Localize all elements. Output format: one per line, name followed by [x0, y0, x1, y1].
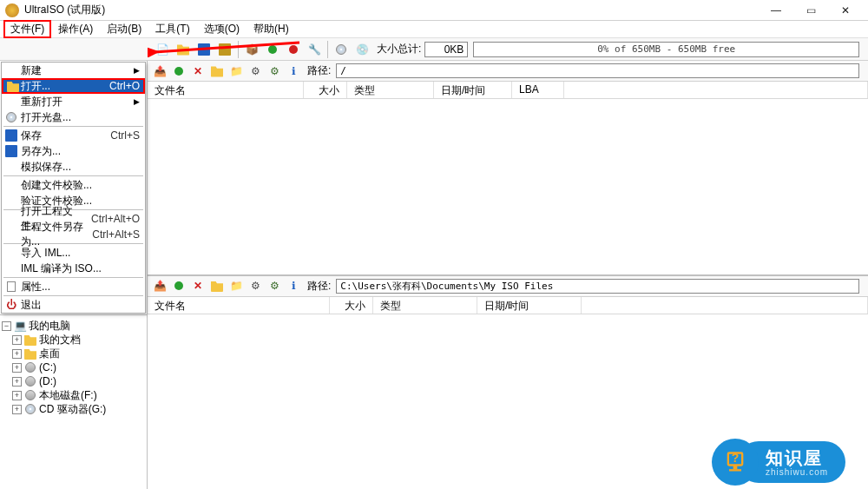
ltb-settings[interactable]: ⚙ — [266, 277, 283, 294]
blank-icon — [5, 262, 17, 274]
ptb-extract[interactable]: 📤 — [151, 63, 168, 80]
iso-path-value[interactable]: / — [336, 63, 859, 78]
local-pane-toolbar: 📤 ✕ 📁 ⚙ ⚙ ℹ 路径: C:\Users\张有科\Documents\M… — [148, 276, 868, 297]
ptb-add-file[interactable] — [170, 63, 187, 80]
tree-node-label: 本地磁盘(F:) — [39, 388, 97, 403]
expander-icon[interactable]: + — [12, 363, 22, 373]
menu-action[interactable]: 操作(A) — [51, 20, 100, 38]
tb-tool[interactable]: 🔧 — [305, 40, 324, 59]
ltb-info[interactable]: ℹ — [285, 277, 302, 294]
svg-rect-3 — [729, 469, 741, 471]
tree-root[interactable]: − 💻 我的电脑 — [2, 319, 145, 333]
expander-icon[interactable]: + — [12, 391, 22, 400]
window-title: UltraISO (试用版) — [24, 3, 759, 17]
file-menu-item[interactable]: 模拟保存... — [2, 159, 145, 175]
tb-open[interactable] — [174, 40, 193, 59]
tb-saveas[interactable] — [215, 40, 234, 59]
menu-separator — [3, 126, 143, 127]
menu-item-label: 模拟保存... — [21, 160, 140, 175]
close-button[interactable]: ✕ — [828, 1, 863, 20]
tree-node[interactable]: +CD 驱动器(G:) — [2, 402, 145, 416]
expander-icon[interactable]: − — [2, 321, 11, 331]
tb-burn[interactable] — [332, 40, 351, 59]
ptb-info[interactable]: ℹ — [285, 63, 302, 80]
minimize-button[interactable]: — — [759, 1, 793, 20]
tb-new[interactable]: 📄 — [153, 40, 172, 59]
tree-node[interactable]: +本地磁盘(F:) — [2, 388, 145, 402]
file-menu-item[interactable]: 导入 IML... — [2, 245, 145, 261]
col-lba[interactable]: LBA — [512, 82, 564, 98]
menu-help[interactable]: 帮助(H) — [247, 20, 296, 38]
ptb-settings[interactable]: ⚙ — [266, 63, 283, 80]
menu-file[interactable]: 文件(F) — [3, 20, 51, 38]
ltb-up[interactable]: 📁 — [227, 277, 245, 294]
col-size[interactable]: 大小 — [330, 297, 373, 314]
file-menu-item[interactable]: IML 编译为 ISO... — [2, 261, 145, 276]
ptb-newfolder[interactable] — [208, 63, 226, 80]
iso-list-body[interactable] — [148, 99, 868, 274]
ltb-newfolder[interactable] — [208, 277, 226, 294]
col-filename[interactable]: 文件名 — [148, 297, 330, 314]
col-datetime[interactable]: 日期/时间 — [434, 82, 512, 98]
folder-tree[interactable]: − 💻 我的电脑 +我的文档+桌面+(C:)+(D:)+本地磁盘(F:)+CD … — [0, 315, 147, 489]
tree-node[interactable]: +(C:) — [2, 360, 145, 374]
tb-delete[interactable] — [284, 40, 303, 59]
tb-save[interactable] — [194, 40, 214, 59]
tree-node[interactable]: +桌面 — [2, 347, 145, 360]
file-menu-item[interactable]: 工程文件另存为...Ctrl+Alt+S — [2, 227, 145, 242]
tb-add[interactable] — [263, 40, 282, 59]
col-filename[interactable]: 文件名 — [148, 82, 304, 98]
menu-item-label: 创建文件校验... — [21, 178, 140, 193]
file-menu-item[interactable]: 创建文件校验... — [2, 177, 145, 193]
file-menu-item[interactable]: ⏻退出 — [2, 297, 145, 313]
ptb-up[interactable]: 📁 — [227, 63, 245, 80]
tree-node-label: (C:) — [39, 361, 56, 373]
disk-icon — [23, 375, 37, 387]
menu-tools[interactable]: 工具(T) — [148, 20, 196, 38]
menu-item-label: 退出 — [21, 298, 140, 313]
tb-sep2 — [327, 41, 328, 58]
watermark: ? 知识屋 zhishiwu.com — [712, 435, 868, 489]
file-menu-item[interactable]: 重新打开▶ — [2, 94, 145, 109]
menu-item-label: 属性... — [21, 280, 140, 294]
expander-icon[interactable]: + — [12, 377, 22, 387]
expander-icon[interactable]: + — [12, 349, 22, 359]
blank-icon — [5, 228, 17, 241]
col-size[interactable]: 大小 — [304, 82, 347, 98]
expander-icon[interactable]: + — [12, 405, 22, 414]
ptb-remove[interactable]: ✕ — [189, 63, 207, 80]
local-path-label: 路径: — [307, 279, 331, 294]
menu-options[interactable]: 选项(O) — [197, 20, 247, 38]
size-total-value: 0KB — [424, 42, 468, 57]
expander-icon[interactable]: + — [12, 335, 22, 345]
menu-item-label: 保存 — [21, 129, 102, 143]
file-menu-item[interactable]: 属性... — [2, 279, 145, 294]
exit-icon: ⏻ — [5, 299, 17, 311]
ptb-props[interactable]: ⚙ — [247, 63, 264, 80]
col-type[interactable]: 类型 — [373, 297, 477, 314]
tree-node[interactable]: +(D:) — [2, 374, 145, 388]
menu-separator — [3, 295, 143, 296]
tree-node[interactable]: +我的文档 — [2, 333, 145, 347]
ltb-add[interactable] — [170, 277, 187, 294]
file-menu-item[interactable]: 打开光盘... — [2, 109, 145, 125]
col-type[interactable]: 类型 — [347, 82, 434, 98]
blank-icon — [5, 247, 17, 259]
tb-extract[interactable]: 📦 — [242, 40, 261, 59]
local-path-value[interactable]: C:\Users\张有科\Documents\My ISO Files — [336, 279, 859, 294]
file-menu-item[interactable]: 另存为... — [2, 143, 145, 159]
col-datetime[interactable]: 日期/时间 — [477, 297, 582, 314]
svg-rect-2 — [733, 466, 738, 470]
file-menu-item[interactable]: 保存Ctrl+S — [2, 128, 145, 143]
tb-mount[interactable]: 💿 — [352, 40, 372, 59]
maximize-button[interactable]: ▭ — [793, 1, 828, 20]
ltb-remove[interactable]: ✕ — [189, 277, 207, 294]
iso-pane-toolbar: 📤 ✕ 📁 ⚙ ⚙ ℹ 路径: / — [148, 61, 868, 82]
tree-node-label: (D:) — [39, 375, 56, 387]
main-toolbar: 📄 📦 🔧 💿 大小总计: 0KB 0% of 650MB - 650MB fr… — [0, 38, 868, 61]
file-menu-item[interactable]: 新建▶ — [2, 63, 145, 78]
menu-boot[interactable]: 启动(B) — [100, 20, 148, 38]
ltb-extract[interactable]: 📤 — [151, 277, 168, 294]
ltb-props[interactable]: ⚙ — [247, 277, 264, 294]
file-menu-item[interactable]: 打开...Ctrl+O — [2, 78, 145, 94]
